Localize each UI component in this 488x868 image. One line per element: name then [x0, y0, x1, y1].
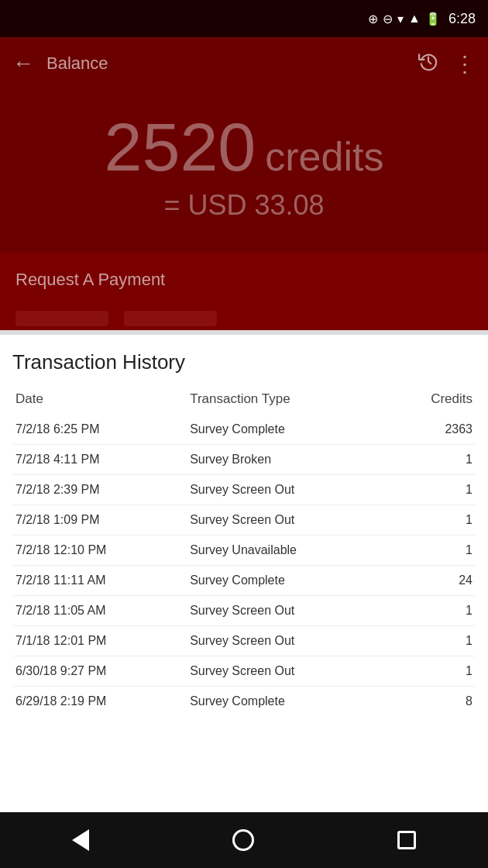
col-credits: Credits: [390, 388, 476, 415]
partial-btn-2: [124, 311, 217, 326]
table-row: 7/2/18 11:11 AMSurvey Complete24: [12, 566, 476, 596]
tx-date: 6/29/18 2:19 PM: [12, 687, 187, 717]
back-triangle-icon: [72, 829, 89, 851]
tx-credits: 2363: [390, 415, 476, 445]
col-date: Date: [12, 388, 187, 415]
tx-date: 7/2/18 11:05 AM: [12, 596, 187, 626]
tx-date: 7/2/18 2:39 PM: [12, 475, 187, 505]
add-circle-icon: ⊕: [368, 12, 378, 26]
recents-square-icon: [397, 831, 416, 849]
table-row: 7/2/18 1:09 PMSurvey Screen Out1: [12, 505, 476, 536]
request-payment-label: Request A Payment: [15, 270, 165, 289]
tx-date: 7/1/18 12:01 PM: [12, 626, 187, 656]
app-header: ← Balance ⋮: [0, 37, 488, 90]
tx-credits: 24: [390, 566, 476, 596]
tx-date: 7/2/18 6:25 PM: [12, 415, 187, 445]
tx-date: 7/2/18 11:11 AM: [12, 566, 187, 596]
tx-credits: 1: [390, 445, 476, 475]
tx-type: Survey Screen Out: [187, 475, 390, 505]
tx-type: Survey Screen Out: [187, 626, 390, 656]
credits-label: credits: [265, 136, 383, 177]
nav-back-button[interactable]: [72, 829, 89, 851]
tx-type: Survey Screen Out: [187, 505, 390, 536]
tx-date: 6/30/18 9:27 PM: [12, 656, 187, 687]
bottom-nav: [0, 812, 488, 868]
col-type: Transaction Type: [187, 388, 390, 415]
tx-type: Survey Screen Out: [187, 656, 390, 687]
nav-home-button[interactable]: [232, 829, 254, 851]
minus-circle-icon: ⊖: [383, 12, 393, 26]
tx-date: 7/2/18 1:09 PM: [12, 505, 187, 536]
nav-recents-button[interactable]: [397, 831, 416, 849]
balance-area: 2520 credits = USD 33.08: [0, 90, 488, 253]
status-bar: ⊕ ⊖ ▾ ▲ 🔋 6:28: [0, 0, 488, 37]
table-row: 7/2/18 12:10 PMSurvey Unavailable1: [12, 536, 476, 566]
balance-credits: 2520 credits: [15, 113, 473, 181]
history-icon[interactable]: [418, 51, 438, 76]
tx-type: Survey Complete: [187, 415, 390, 445]
tx-date: 7/2/18 4:11 PM: [12, 445, 187, 475]
tx-credits: 1: [390, 596, 476, 626]
tx-credits: 1: [390, 656, 476, 687]
wifi-icon: ▾: [397, 12, 404, 26]
page-title: Balance: [46, 53, 108, 74]
tx-date: 7/2/18 12:10 PM: [12, 536, 187, 566]
table-row: 6/30/18 9:27 PMSurvey Screen Out1: [12, 656, 476, 687]
tx-credits: 1: [390, 626, 476, 656]
table-row: 6/29/18 2:19 PMSurvey Complete8: [12, 687, 476, 717]
tx-credits: 1: [390, 475, 476, 505]
table-row: 7/2/18 2:39 PMSurvey Screen Out1: [12, 475, 476, 505]
signal-icon: ▲: [408, 12, 421, 26]
tx-type: Survey Broken: [187, 445, 390, 475]
table-row: 7/2/18 6:25 PMSurvey Complete2363: [12, 415, 476, 445]
transaction-table: Date Transaction Type Credits 7/2/18 6:2…: [12, 388, 476, 716]
tx-type: Survey Complete: [187, 566, 390, 596]
transaction-history-title: Transaction History: [12, 350, 476, 374]
tx-type: Survey Complete: [187, 687, 390, 717]
tx-credits: 8: [390, 687, 476, 717]
header-right: ⋮: [418, 51, 476, 77]
request-payment-button[interactable]: Request A Payment: [0, 253, 488, 307]
tx-credits: 1: [390, 536, 476, 566]
back-button[interactable]: ←: [12, 51, 34, 76]
partial-row: [0, 307, 488, 330]
battery-icon: 🔋: [425, 12, 441, 26]
more-icon[interactable]: ⋮: [454, 51, 476, 77]
tx-type: Survey Screen Out: [187, 596, 390, 626]
header-left: ← Balance: [12, 51, 108, 76]
tx-credits: 1: [390, 505, 476, 536]
home-circle-icon: [232, 829, 254, 851]
table-row: 7/1/18 12:01 PMSurvey Screen Out1: [12, 626, 476, 656]
balance-usd: = USD 33.08: [15, 189, 473, 222]
status-time: 6:28: [448, 11, 476, 27]
partial-btn-1: [15, 311, 108, 326]
credits-number: 2520: [105, 113, 256, 181]
status-icons: ⊕ ⊖ ▾ ▲ 🔋 6:28: [368, 11, 476, 27]
transaction-history-section: Transaction History Date Transaction Typ…: [0, 335, 488, 716]
table-row: 7/2/18 4:11 PMSurvey Broken1: [12, 445, 476, 475]
table-row: 7/2/18 11:05 AMSurvey Screen Out1: [12, 596, 476, 626]
tx-type: Survey Unavailable: [187, 536, 390, 566]
